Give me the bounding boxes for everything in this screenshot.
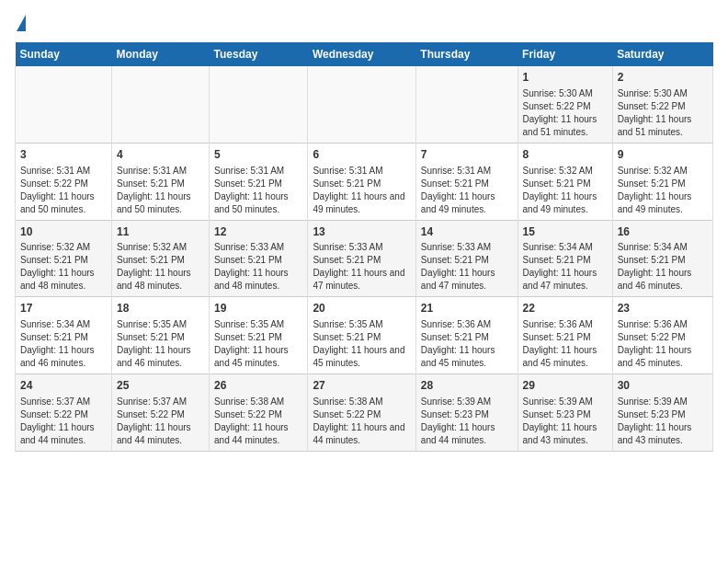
day-info: Sunrise: 5:31 AM Sunset: 5:21 PM Dayligh… xyxy=(313,166,404,214)
day-info: Sunrise: 5:32 AM Sunset: 5:21 PM Dayligh… xyxy=(20,242,95,291)
calendar-cell: 7Sunrise: 5:31 AM Sunset: 5:21 PM Daylig… xyxy=(415,143,518,220)
calendar-cell: 27Sunrise: 5:38 AM Sunset: 5:22 PM Dayli… xyxy=(308,374,415,452)
column-header-monday: Monday xyxy=(111,42,209,66)
day-number: 30 xyxy=(618,378,708,394)
day-info: Sunrise: 5:34 AM Sunset: 5:21 PM Dayligh… xyxy=(523,242,597,291)
calendar-cell: 21Sunrise: 5:36 AM Sunset: 5:21 PM Dayli… xyxy=(415,297,518,374)
day-info: Sunrise: 5:33 AM Sunset: 5:21 PM Dayligh… xyxy=(214,242,289,291)
day-number: 6 xyxy=(313,147,410,163)
calendar-week-row: 1Sunrise: 5:30 AM Sunset: 5:22 PM Daylig… xyxy=(16,66,713,143)
day-number: 27 xyxy=(313,378,410,394)
calendar-cell: 26Sunrise: 5:38 AM Sunset: 5:22 PM Dayli… xyxy=(210,374,308,452)
calendar-cell: 17Sunrise: 5:34 AM Sunset: 5:21 PM Dayli… xyxy=(16,297,112,374)
calendar-cell: 1Sunrise: 5:30 AM Sunset: 5:22 PM Daylig… xyxy=(518,66,612,143)
day-info: Sunrise: 5:33 AM Sunset: 5:21 PM Dayligh… xyxy=(421,242,495,291)
calendar-cell: 22Sunrise: 5:36 AM Sunset: 5:21 PM Dayli… xyxy=(518,297,612,374)
day-info: Sunrise: 5:38 AM Sunset: 5:22 PM Dayligh… xyxy=(313,396,404,445)
day-info: Sunrise: 5:37 AM Sunset: 5:22 PM Dayligh… xyxy=(20,396,95,445)
day-info: Sunrise: 5:34 AM Sunset: 5:21 PM Dayligh… xyxy=(618,242,692,291)
day-number: 4 xyxy=(117,147,204,163)
calendar-week-row: 24Sunrise: 5:37 AM Sunset: 5:22 PM Dayli… xyxy=(16,374,713,452)
calendar-cell: 12Sunrise: 5:33 AM Sunset: 5:21 PM Dayli… xyxy=(210,220,308,297)
day-number: 21 xyxy=(421,301,513,316)
calendar-cell: 10Sunrise: 5:32 AM Sunset: 5:21 PM Dayli… xyxy=(16,220,112,297)
day-number: 28 xyxy=(421,378,513,394)
day-number: 16 xyxy=(618,224,708,240)
column-header-friday: Friday xyxy=(518,42,612,66)
day-info: Sunrise: 5:32 AM Sunset: 5:21 PM Dayligh… xyxy=(618,166,692,214)
calendar-cell: 19Sunrise: 5:35 AM Sunset: 5:21 PM Dayli… xyxy=(210,297,308,374)
calendar-cell xyxy=(308,66,415,143)
day-number: 12 xyxy=(214,224,302,240)
day-info: Sunrise: 5:39 AM Sunset: 5:23 PM Dayligh… xyxy=(421,396,495,445)
day-info: Sunrise: 5:35 AM Sunset: 5:21 PM Dayligh… xyxy=(313,319,404,368)
day-number: 11 xyxy=(117,224,204,240)
calendar-cell: 18Sunrise: 5:35 AM Sunset: 5:21 PM Dayli… xyxy=(111,297,209,374)
day-number: 24 xyxy=(20,378,107,394)
calendar-cell: 23Sunrise: 5:36 AM Sunset: 5:22 PM Dayli… xyxy=(612,297,712,374)
day-number: 8 xyxy=(523,147,608,163)
day-info: Sunrise: 5:39 AM Sunset: 5:23 PM Dayligh… xyxy=(523,396,597,445)
day-number: 5 xyxy=(214,147,302,163)
day-info: Sunrise: 5:38 AM Sunset: 5:22 PM Dayligh… xyxy=(214,396,289,445)
calendar-week-row: 3Sunrise: 5:31 AM Sunset: 5:22 PM Daylig… xyxy=(16,143,713,220)
day-number: 19 xyxy=(214,301,302,316)
calendar-cell: 4Sunrise: 5:31 AM Sunset: 5:21 PM Daylig… xyxy=(111,143,209,220)
column-header-saturday: Saturday xyxy=(612,42,712,66)
column-header-tuesday: Tuesday xyxy=(210,42,308,66)
column-header-sunday: Sunday xyxy=(16,42,112,66)
day-number: 7 xyxy=(421,147,513,163)
calendar-cell xyxy=(415,66,518,143)
day-number: 25 xyxy=(117,378,204,394)
day-number: 14 xyxy=(421,224,513,240)
day-number: 15 xyxy=(523,224,608,240)
day-info: Sunrise: 5:30 AM Sunset: 5:22 PM Dayligh… xyxy=(618,88,692,137)
day-number: 17 xyxy=(20,301,107,316)
day-info: Sunrise: 5:31 AM Sunset: 5:22 PM Dayligh… xyxy=(20,166,95,214)
calendar-week-row: 17Sunrise: 5:34 AM Sunset: 5:21 PM Dayli… xyxy=(16,297,713,374)
calendar-cell: 6Sunrise: 5:31 AM Sunset: 5:21 PM Daylig… xyxy=(308,143,415,220)
calendar-week-row: 10Sunrise: 5:32 AM Sunset: 5:21 PM Dayli… xyxy=(16,220,713,297)
day-info: Sunrise: 5:31 AM Sunset: 5:21 PM Dayligh… xyxy=(421,166,495,214)
calendar-table: SundayMondayTuesdayWednesdayThursdayFrid… xyxy=(15,42,713,452)
calendar-cell: 30Sunrise: 5:39 AM Sunset: 5:23 PM Dayli… xyxy=(612,374,712,452)
day-number: 20 xyxy=(313,301,410,316)
calendar-cell: 15Sunrise: 5:34 AM Sunset: 5:21 PM Dayli… xyxy=(518,220,612,297)
calendar-cell xyxy=(16,66,112,143)
calendar-cell: 5Sunrise: 5:31 AM Sunset: 5:21 PM Daylig… xyxy=(210,143,308,220)
calendar-cell: 14Sunrise: 5:33 AM Sunset: 5:21 PM Dayli… xyxy=(415,220,518,297)
day-info: Sunrise: 5:32 AM Sunset: 5:21 PM Dayligh… xyxy=(523,166,597,214)
day-info: Sunrise: 5:35 AM Sunset: 5:21 PM Dayligh… xyxy=(117,319,191,368)
day-number: 13 xyxy=(313,224,410,240)
day-info: Sunrise: 5:36 AM Sunset: 5:21 PM Dayligh… xyxy=(421,319,495,368)
day-info: Sunrise: 5:39 AM Sunset: 5:23 PM Dayligh… xyxy=(618,396,692,445)
day-number: 2 xyxy=(618,70,708,86)
day-number: 26 xyxy=(214,378,302,394)
day-number: 29 xyxy=(523,378,608,394)
day-info: Sunrise: 5:33 AM Sunset: 5:21 PM Dayligh… xyxy=(313,242,404,291)
day-info: Sunrise: 5:36 AM Sunset: 5:22 PM Dayligh… xyxy=(618,319,692,368)
day-info: Sunrise: 5:31 AM Sunset: 5:21 PM Dayligh… xyxy=(214,166,289,214)
day-number: 9 xyxy=(618,147,708,163)
day-info: Sunrise: 5:32 AM Sunset: 5:21 PM Dayligh… xyxy=(117,242,191,291)
calendar-cell: 24Sunrise: 5:37 AM Sunset: 5:22 PM Dayli… xyxy=(16,374,112,452)
day-number: 18 xyxy=(117,301,204,316)
day-info: Sunrise: 5:37 AM Sunset: 5:22 PM Dayligh… xyxy=(117,396,191,445)
calendar-header-row: SundayMondayTuesdayWednesdayThursdayFrid… xyxy=(16,42,713,66)
day-info: Sunrise: 5:36 AM Sunset: 5:21 PM Dayligh… xyxy=(523,319,597,368)
calendar-cell: 28Sunrise: 5:39 AM Sunset: 5:23 PM Dayli… xyxy=(415,374,518,452)
day-number: 23 xyxy=(618,301,708,316)
day-number: 10 xyxy=(20,224,107,240)
column-header-wednesday: Wednesday xyxy=(308,42,415,66)
day-number: 1 xyxy=(523,70,608,86)
calendar-cell: 13Sunrise: 5:33 AM Sunset: 5:21 PM Dayli… xyxy=(308,220,415,297)
calendar-cell: 29Sunrise: 5:39 AM Sunset: 5:23 PM Dayli… xyxy=(518,374,612,452)
calendar-cell: 2Sunrise: 5:30 AM Sunset: 5:22 PM Daylig… xyxy=(612,66,712,143)
calendar-cell xyxy=(111,66,209,143)
calendar-cell: 11Sunrise: 5:32 AM Sunset: 5:21 PM Dayli… xyxy=(111,220,209,297)
day-info: Sunrise: 5:35 AM Sunset: 5:21 PM Dayligh… xyxy=(214,319,289,368)
calendar-cell xyxy=(210,66,308,143)
day-number: 3 xyxy=(20,147,107,163)
day-info: Sunrise: 5:34 AM Sunset: 5:21 PM Dayligh… xyxy=(20,319,95,368)
calendar-cell: 3Sunrise: 5:31 AM Sunset: 5:22 PM Daylig… xyxy=(16,143,112,220)
